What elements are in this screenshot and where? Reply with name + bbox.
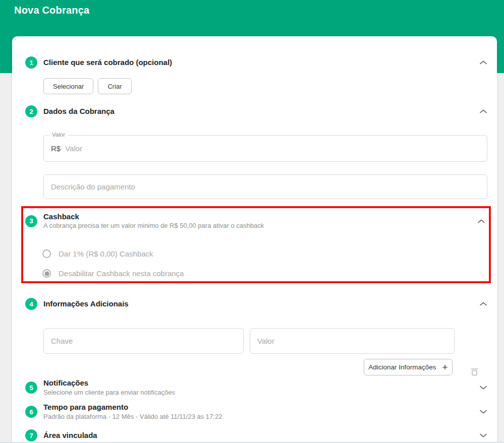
trash-icon[interactable] (470, 367, 479, 378)
amount-field[interactable]: Valor R$ (43, 135, 487, 162)
section-title: Tempo para pagamento (43, 403, 222, 411)
step-number-badge: 7 (25, 429, 37, 441)
chevron-up-icon[interactable] (480, 109, 487, 113)
cashback-highlight-box: 3 Cashback A cobrança precisa ter um val… (21, 206, 491, 283)
section-header-dados[interactable]: 2 Dados da Cobrança (25, 105, 487, 117)
amount-input[interactable] (65, 144, 480, 153)
step-number-badge: 1 (25, 56, 37, 69)
new-charge-form-card: 1 Cliente que será cobrado (opcional) Se… (12, 36, 497, 443)
step-number-badge: 6 (25, 406, 37, 418)
section-title: Cliente que será cobrado (opcional) (43, 58, 172, 67)
description-input[interactable] (51, 182, 480, 191)
section-subtitle: Padrão da plataforma - 12 Mês - Válido a… (43, 413, 222, 421)
add-information-label: Adicionar Informações (368, 363, 436, 371)
description-field[interactable] (43, 174, 487, 199)
section-header-area[interactable]: 7 Área vinculada (25, 429, 487, 441)
section-title: Área vinculada (43, 431, 97, 439)
add-information-button[interactable]: Adicionar Informações + (364, 359, 453, 375)
step-number-badge: 4 (25, 298, 37, 310)
section-header-cliente[interactable]: 1 Cliente que será cobrado (opcional) (25, 56, 487, 69)
section-header-cashback[interactable]: 3 Cashback A cobrança precisa ter um val… (25, 212, 485, 230)
key-field[interactable] (43, 328, 244, 354)
section-title: Cashback (43, 212, 264, 221)
step-number-badge: 3 (25, 215, 37, 227)
chevron-up-icon[interactable] (480, 60, 487, 65)
section-header-informacoes[interactable]: 4 Informações Adicionais (25, 298, 487, 310)
step-number-badge: 2 (25, 105, 37, 117)
section-subtitle: A cobrança precisa ter um valor minimo d… (43, 222, 264, 230)
create-client-button[interactable]: Criar (98, 78, 131, 94)
cashback-option-disable[interactable]: Desabilitar Cashback nesta cobrança (42, 269, 184, 278)
radio-unselected-icon[interactable] (42, 249, 51, 258)
page-title: Nova Cobrança (14, 5, 89, 16)
cashback-option-give[interactable]: Dar 1% (R$ 0,00) Cashback (42, 249, 153, 258)
radio-label: Dar 1% (R$ 0,00) Cashback (59, 249, 153, 258)
step-number-badge: 5 (25, 382, 37, 394)
chevron-up-icon[interactable] (478, 219, 485, 223)
currency-prefix: R$ (51, 144, 61, 153)
chevron-down-icon[interactable] (480, 386, 487, 390)
section-title: Dados da Cobrança (43, 107, 115, 115)
section-subtitle: Selecione um cliente para enviar notific… (43, 389, 175, 397)
value-input[interactable] (257, 337, 447, 345)
section-header-tempo[interactable]: 6 Tempo para pagamento Padrão da platafo… (25, 404, 487, 420)
section-title: Informações Adicionais (43, 299, 129, 308)
select-client-button[interactable]: Selecionar (43, 78, 93, 94)
radio-selected-icon[interactable] (42, 269, 51, 278)
value-field[interactable] (250, 328, 455, 354)
section-title: Notificações (43, 378, 175, 387)
chevron-down-icon[interactable] (480, 433, 487, 437)
plus-icon: + (442, 362, 448, 372)
client-buttons: Selecionar Criar (43, 78, 132, 94)
radio-label: Desabilitar Cashback nesta cobrança (59, 269, 184, 278)
chevron-down-icon[interactable] (480, 410, 487, 414)
key-input[interactable] (51, 337, 236, 345)
amount-field-label: Valor (49, 132, 68, 139)
section-header-notificacoes[interactable]: 5 Notificações Selecione um cliente para… (25, 379, 487, 396)
chevron-up-icon[interactable] (480, 302, 487, 306)
